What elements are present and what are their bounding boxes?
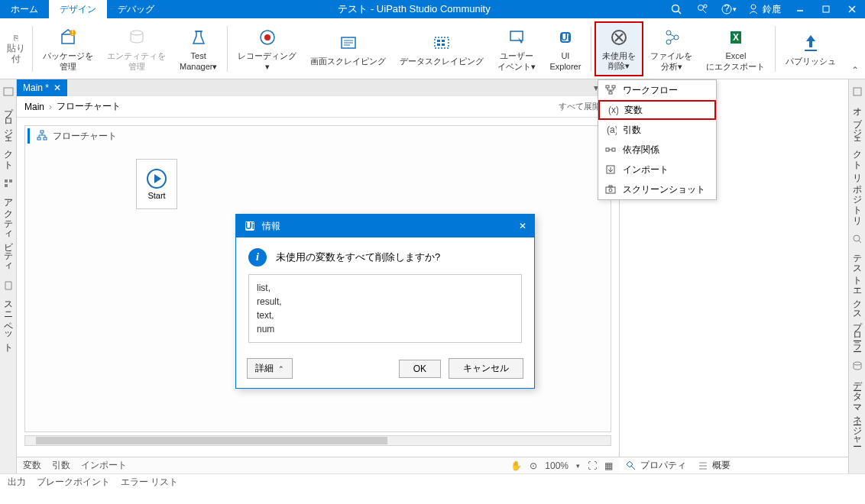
search-icon[interactable] [663, 0, 689, 18]
svg-rect-27 [510, 31, 523, 40]
maximize-button[interactable] [813, 0, 839, 18]
vtab-data-manager[interactable]: データ マネージャー [849, 354, 865, 447]
breakpoints-tab[interactable]: ブレークポイント [37, 476, 110, 489]
start-node[interactable]: Start [136, 159, 177, 209]
tab-design[interactable]: デザイン [49, 0, 107, 18]
svg-rect-23 [437, 40, 440, 42]
close-button[interactable] [839, 0, 865, 18]
svg-point-58 [854, 235, 860, 241]
ribbon-remove-unused[interactable]: 未使用を削除▾ [594, 21, 643, 76]
reset-zoom-icon[interactable]: ⊙ [530, 460, 537, 471]
fit-screen-icon[interactable]: ⛶ [588, 460, 597, 471]
ribbon: ⎘貼り付 !パッケージを管理 エンティティを管理 TestManager▾ レコ… [0, 18, 865, 79]
svg-line-37 [670, 38, 675, 40]
dd-arguments[interactable]: (a)引数 [598, 120, 716, 140]
ribbon-data-scraping[interactable]: データスクレイピング [393, 21, 491, 76]
outline-tab[interactable]: 概要 [697, 459, 731, 472]
dialog-cancel-button[interactable]: キャンセル [449, 358, 523, 379]
dialog-ok-button[interactable]: OK [399, 360, 441, 378]
vtab-activities[interactable]: アクティビティ [0, 171, 16, 273]
dialog-message: 未使用の変数をすべて削除しますか? [276, 248, 440, 264]
dd-imports[interactable]: インポート [598, 160, 716, 179]
svg-point-17 [264, 34, 271, 40]
output-tab[interactable]: 出力 [8, 476, 26, 489]
vtab-test-explorer[interactable]: テスト エクスプローラー [849, 227, 865, 353]
horizontal-scrollbar[interactable] [24, 435, 611, 446]
svg-text:(x): (x) [608, 105, 618, 115]
svg-rect-25 [437, 44, 440, 46]
svg-point-71 [609, 189, 612, 192]
svg-rect-61 [606, 86, 609, 88]
arguments-tab[interactable]: 引数 [52, 459, 70, 472]
imports-tab[interactable]: インポート [81, 459, 127, 472]
ribbon-package-manager[interactable]: !パッケージを管理 [36, 21, 100, 76]
svg-rect-57 [854, 88, 861, 95]
tab-home[interactable]: ホーム [0, 0, 49, 18]
breadcrumb-main[interactable]: Main [24, 102, 44, 112]
info-icon: i [248, 248, 267, 267]
ribbon-user-events[interactable]: ユーザーイベント▾ [491, 21, 543, 76]
zoom-level[interactable]: 100% [545, 460, 569, 471]
svg-point-3 [704, 5, 707, 8]
right-sidebar: オブジェクト リポジトリ テスト エクスプローラー データ マネージャー [848, 79, 865, 473]
dd-dependencies[interactable]: 依存関係 [598, 140, 716, 160]
svg-rect-24 [442, 40, 445, 42]
pan-icon[interactable]: ✋ [510, 460, 522, 471]
help-icon[interactable]: ?▾ [715, 0, 741, 18]
chevron-right-icon: › [49, 102, 52, 112]
play-icon [146, 168, 167, 189]
breadcrumb: Main › フローチャート すべて展開 復 [17, 96, 619, 118]
tab-debug[interactable]: デバッグ [107, 0, 165, 18]
error-list-tab[interactable]: エラー リスト [121, 476, 178, 489]
svg-point-0 [672, 5, 679, 12]
svg-point-60 [854, 362, 861, 365]
minimize-button[interactable] [787, 0, 813, 18]
ribbon-publish[interactable]: パブリッシュ [779, 21, 843, 76]
titlebar: ホーム デザイン デバッグ テスト - UiPath Studio Commun… [0, 0, 865, 18]
ribbon-collapse-icon[interactable]: ⌃ [851, 65, 859, 76]
overview-icon[interactable]: ▦ [604, 460, 613, 471]
ribbon-screen-scraping[interactable]: 画面スクレイピング [303, 21, 393, 76]
svg-rect-67 [612, 148, 615, 151]
doc-tab-main[interactable]: Main *✕ [17, 79, 67, 96]
variables-tab[interactable]: 変数 [23, 459, 41, 472]
designer-footer: 変数 引数 インポート ✋ ⊙ 100%▾ ⛶ ▦ [17, 457, 619, 473]
svg-rect-26 [442, 44, 445, 46]
info-dialog: Ui 情報 ✕ i 未使用の変数をすべて削除しますか? list, result… [235, 214, 535, 389]
svg-point-6 [751, 5, 756, 9]
ribbon-analyze-file[interactable]: ファイルを分析▾ [643, 21, 699, 76]
svg-rect-62 [612, 86, 615, 88]
dd-variables[interactable]: (x)変数 [598, 100, 716, 120]
dialog-close-icon[interactable]: ✕ [519, 221, 526, 231]
dd-screenshots[interactable]: スクリーンショット [598, 179, 716, 199]
window-title: テスト - UiPath Studio Community [165, 0, 663, 18]
activity-header[interactable]: フローチャート [28, 128, 121, 144]
svg-line-1 [679, 11, 682, 15]
vtab-project[interactable]: プロジェクト [0, 79, 16, 171]
dialog-details-button[interactable]: 詳細⌃ [247, 358, 293, 379]
vtab-object-repo[interactable]: オブジェクト リポジトリ [849, 79, 865, 227]
ribbon-test-manager[interactable]: TestManager▾ [173, 21, 224, 76]
ribbon-ui-explorer[interactable]: UiUIExplorer [543, 21, 588, 76]
close-icon[interactable]: ✕ [53, 82, 61, 93]
svg-line-59 [859, 241, 861, 243]
dialog-titlebar: Ui 情報 ✕ [236, 215, 534, 237]
user-badge[interactable]: 鈴鹿 [741, 0, 787, 18]
breadcrumb-flowchart[interactable]: フローチャート [57, 100, 121, 113]
ribbon-recording[interactable]: レコーディング▾ [231, 21, 303, 76]
svg-rect-41 [4, 88, 13, 95]
svg-rect-22 [435, 37, 449, 48]
dd-workflow[interactable]: ワークフロー [598, 80, 716, 100]
svg-rect-44 [5, 184, 8, 187]
feedback-icon[interactable] [689, 0, 715, 18]
dialog-variable-list: list, result, text, num [248, 274, 522, 343]
app-footer: 出力 ブレークポイント エラー リスト [0, 473, 865, 490]
properties-tab[interactable]: プロパティ [625, 459, 686, 472]
ribbon-export-excel[interactable]: XExcelにエクスポート [699, 21, 772, 76]
svg-text:Ui: Ui [561, 32, 570, 43]
svg-line-36 [670, 34, 675, 37]
svg-rect-8 [823, 6, 829, 12]
vtab-snippets[interactable]: スニペット [0, 273, 16, 354]
svg-rect-43 [9, 179, 12, 183]
ribbon-entity-manager[interactable]: エンティティを管理 [100, 21, 173, 76]
